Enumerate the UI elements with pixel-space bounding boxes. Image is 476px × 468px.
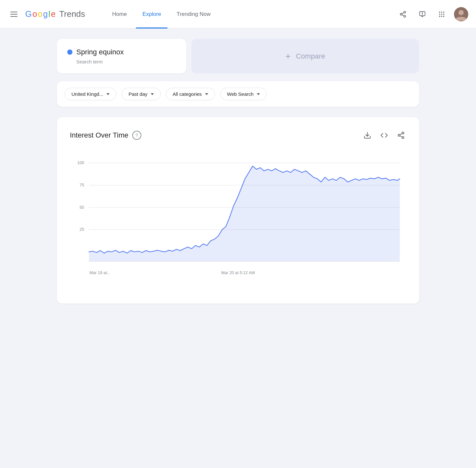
svg-point-10 <box>441 11 442 13</box>
svg-point-12 <box>439 14 440 15</box>
compare-card[interactable]: + Compare <box>191 39 419 73</box>
menu-icon[interactable] <box>8 9 20 19</box>
svg-line-25 <box>400 134 402 135</box>
search-term-name: Spring equinox <box>76 48 124 56</box>
svg-line-4 <box>402 12 404 14</box>
chart-share-btn[interactable] <box>396 130 406 140</box>
header: Google Trends Home Explore Trending Now <box>0 0 476 28</box>
svg-text:100: 100 <box>77 160 84 165</box>
region-filter-label: United Kingd... <box>71 91 103 97</box>
chart-download-btn[interactable] <box>362 130 373 140</box>
svg-line-24 <box>400 136 402 137</box>
chart-header: Interest Over Time ? <box>70 130 406 140</box>
header-nav: Home Explore Trending Now <box>106 0 385 28</box>
search-type-chevron-icon <box>257 93 260 95</box>
svg-point-9 <box>439 11 440 13</box>
svg-point-17 <box>443 16 445 17</box>
time-chevron-icon <box>151 93 154 95</box>
apps-icon-btn[interactable] <box>435 7 449 21</box>
header-left: Google Trends <box>8 9 85 19</box>
svg-point-11 <box>443 11 445 13</box>
search-type-filter[interactable]: Web Search <box>220 88 267 100</box>
compare-label: Compare <box>296 52 325 61</box>
svg-text:Mar 19 at...: Mar 19 at... <box>90 270 111 275</box>
interest-over-time-chart: 100 75 50 25 Mar 19 at... Mar 20 at 5:12… <box>70 153 406 287</box>
region-chevron-icon <box>106 93 110 95</box>
svg-text:25: 25 <box>80 227 84 232</box>
svg-point-15 <box>439 16 440 17</box>
nav-trending-now[interactable]: Trending Now <box>170 0 217 28</box>
svg-text:Mar 20 at 5:12 AM: Mar 20 at 5:12 AM <box>221 270 255 275</box>
chart-title-area: Interest Over Time ? <box>70 131 141 140</box>
filters-section: United Kingd... Past day All categories … <box>57 81 419 107</box>
chart-title: Interest Over Time <box>70 131 128 139</box>
header-actions <box>396 7 468 21</box>
svg-point-19 <box>459 10 464 15</box>
category-filter[interactable]: All categories <box>166 88 215 100</box>
search-term-type: Search term <box>76 59 176 64</box>
search-section: Spring equinox Search term + Compare <box>57 39 419 73</box>
svg-point-16 <box>441 16 442 17</box>
nav-home[interactable]: Home <box>106 0 133 28</box>
share-icon-btn[interactable] <box>396 7 410 21</box>
time-filter-label: Past day <box>128 91 147 97</box>
chart-actions <box>362 130 406 140</box>
feedback-icon-btn[interactable] <box>415 7 429 21</box>
chart-container: 100 75 50 25 Mar 19 at... Mar 20 at 5:12… <box>70 153 406 288</box>
svg-text:50: 50 <box>80 205 84 210</box>
chart-card: Interest Over Time ? <box>57 117 419 304</box>
svg-line-3 <box>402 15 404 16</box>
svg-text:75: 75 <box>80 183 84 187</box>
search-type-filter-label: Web Search <box>227 91 254 97</box>
category-chevron-icon <box>205 93 208 95</box>
search-term-title: Spring equinox <box>67 48 176 56</box>
chart-help-icon[interactable]: ? <box>132 131 141 140</box>
main-content: Spring equinox Search term + Compare Uni… <box>44 28 432 314</box>
category-filter-label: All categories <box>173 91 202 97</box>
google-trends-logo[interactable]: Google Trends <box>25 9 85 19</box>
region-filter[interactable]: United Kingd... <box>65 88 116 100</box>
svg-point-13 <box>441 14 442 15</box>
search-term-card: Spring equinox Search term <box>57 39 186 73</box>
compare-plus-icon: + <box>286 51 291 61</box>
nav-explore[interactable]: Explore <box>136 0 168 28</box>
svg-point-14 <box>443 14 445 15</box>
user-avatar[interactable] <box>454 7 468 21</box>
term-indicator-dot <box>67 50 72 55</box>
time-filter[interactable]: Past day <box>122 88 160 100</box>
chart-embed-btn[interactable] <box>379 130 389 140</box>
